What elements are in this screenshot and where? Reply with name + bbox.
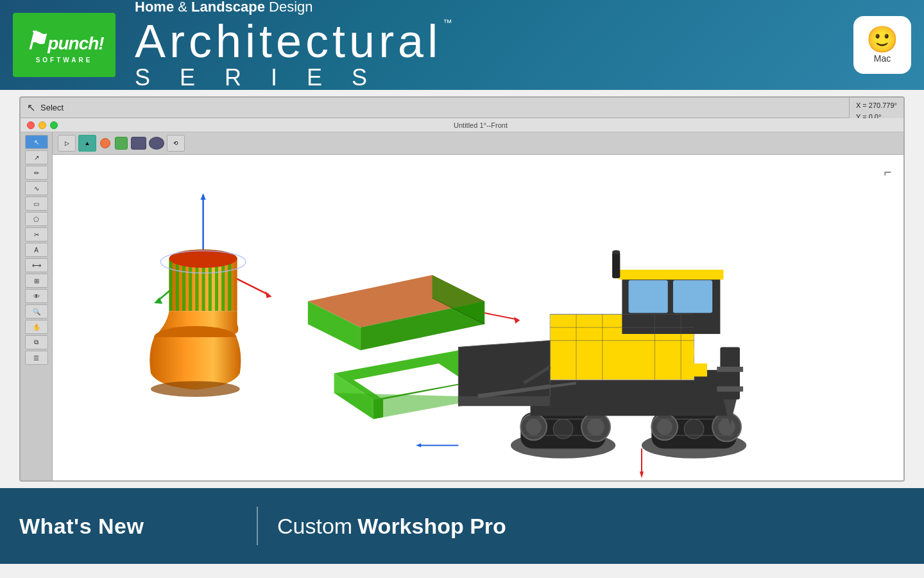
title-area: Home & Landscape Design Architectural ™ … (135, 0, 841, 91)
svg-rect-17 (169, 259, 173, 311)
svg-point-30 (151, 381, 240, 396)
svg-rect-56 (629, 280, 668, 313)
svg-rect-25 (221, 259, 225, 311)
curve-tool[interactable]: ∿ (25, 181, 48, 195)
pencil-tool[interactable]: ✏ (25, 166, 48, 180)
logo-punch-symbol: ⚑ (24, 27, 46, 55)
close-button[interactable] (27, 121, 35, 129)
tm-mark: ™ (443, 18, 452, 27)
mac-label: Mac (874, 53, 891, 64)
svg-point-41 (587, 419, 604, 436)
svg-rect-18 (176, 259, 179, 311)
whats-new-label: What's New (19, 514, 237, 539)
svg-rect-62 (458, 396, 550, 406)
svg-rect-69 (717, 387, 743, 392)
minimize-button[interactable] (38, 121, 46, 129)
logo-area: ⚑ punch! SOFTWARE (13, 13, 116, 77)
window-buttons (27, 121, 58, 129)
sub-btn-5[interactable] (131, 137, 146, 150)
bottom-bar: What's New Custom Workshop Pro (0, 488, 924, 564)
svg-marker-12 (266, 292, 272, 298)
svg-marker-10 (201, 193, 206, 200)
hand-tool[interactable]: ✋ (25, 320, 48, 334)
sub-btn-7[interactable]: ⟲ (167, 135, 185, 152)
cad-viewport[interactable]: ⌐ (53, 155, 903, 480)
svg-rect-61 (674, 363, 707, 376)
cad-area: ↖ Select ? X = 270.779° Y = 0.0° Z = -12… (19, 96, 905, 482)
svg-rect-66 (612, 252, 620, 279)
cut-tool[interactable]: ✂ (25, 227, 48, 241)
svg-point-39 (526, 419, 541, 435)
rect-tool[interactable]: ▭ (25, 197, 48, 211)
cad-canvas: ⌐ (53, 155, 903, 480)
svg-rect-57 (673, 280, 712, 313)
svg-rect-19 (182, 259, 185, 311)
dim-tool[interactable]: ⟷ (25, 258, 48, 272)
svg-point-67 (612, 250, 620, 254)
product-series: S e r i e s (135, 64, 379, 91)
sub-btn-3[interactable] (100, 138, 110, 148)
cad-toolbar: ↖ Select ? (21, 98, 903, 118)
svg-rect-59 (550, 347, 694, 356)
window-title: Untitled 1°--Front (64, 121, 897, 129)
tool-2[interactable]: ↗ (25, 150, 48, 164)
sub-toolbar: ▷ ▲ ⟲ (53, 132, 903, 155)
left-sidebar: ↖ ↗ ✏ ∿ ▭ ⬠ ✂ A ⟷ ⊞ 👁 🔍 ✋ ⧉ ☰ (21, 132, 53, 480)
mac-badge: 🙂 Mac (853, 16, 911, 74)
select-label: Select (40, 103, 64, 112)
zoom-tool[interactable]: 🔍 (25, 304, 48, 319)
svg-line-32 (484, 313, 517, 319)
svg-marker-79 (416, 443, 421, 447)
text-tool[interactable]: A (25, 243, 48, 257)
logo-name: punch! (47, 33, 103, 54)
product-title: Architectural (135, 18, 441, 64)
svg-point-44 (656, 419, 672, 435)
feature-section: Custom Workshop Pro (277, 514, 506, 539)
sub-btn-6[interactable] (149, 137, 164, 150)
group-tool[interactable]: ⧉ (25, 335, 48, 349)
select-tool[interactable]: ↖ (25, 135, 48, 149)
svg-marker-81 (640, 471, 644, 478)
grid-tool[interactable]: ⊞ (25, 274, 48, 288)
mac-icon: 🙂 (866, 26, 898, 52)
eye-tool[interactable]: 👁 (25, 289, 48, 303)
window-titlebar: Untitled 1°--Front (21, 118, 903, 132)
logo-sub: SOFTWARE (36, 57, 93, 64)
coord-x: X = 270.779° (856, 100, 897, 112)
svg-marker-33 (514, 317, 520, 323)
svg-rect-70 (717, 367, 743, 372)
sub-btn-1[interactable]: ▷ (58, 135, 76, 152)
svg-point-46 (718, 419, 735, 436)
layer-tool[interactable]: ☰ (25, 351, 48, 365)
feature-light: Custom (277, 514, 352, 539)
svg-rect-60 (550, 363, 583, 376)
maximize-button[interactable] (50, 121, 58, 129)
sub-btn-2[interactable]: ▲ (78, 135, 96, 152)
sub-btn-4[interactable] (115, 137, 128, 150)
feature-bold: Workshop Pro (357, 514, 506, 539)
poly-tool[interactable]: ⬠ (25, 212, 48, 226)
svg-rect-26 (228, 259, 231, 311)
product-subtitle: Home & Landscape Design (135, 0, 313, 15)
header: ⚑ punch! SOFTWARE Home & Landscape Desig… (0, 0, 924, 90)
svg-rect-58 (619, 270, 723, 279)
bottom-divider (257, 507, 258, 545)
svg-text:⌐: ⌐ (884, 165, 891, 179)
cursor-icon: ↖ (27, 101, 35, 114)
